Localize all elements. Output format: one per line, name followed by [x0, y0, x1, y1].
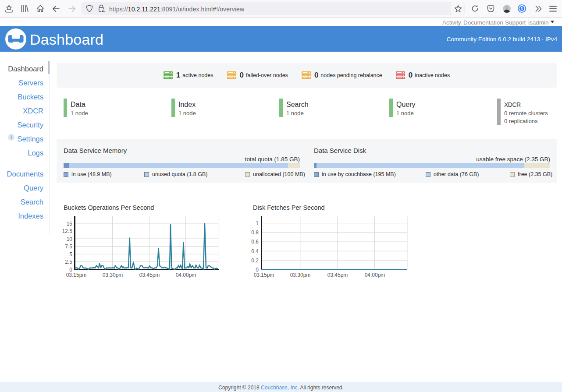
svg-text:12.5: 12.5 [62, 228, 73, 234]
svg-text:2.5: 2.5 [65, 259, 72, 265]
svg-text:03:45pm: 03:45pm [139, 272, 160, 278]
svg-text:04:00pm: 04:00pm [176, 272, 196, 278]
svg-text:03:15pm: 03:15pm [66, 272, 87, 278]
svg-text:15: 15 [67, 221, 73, 227]
svg-text:1: 1 [256, 220, 259, 226]
svg-text:03:30pm: 03:30pm [290, 272, 311, 278]
svg-text:5: 5 [69, 251, 72, 258]
svg-text:03:30pm: 03:30pm [103, 272, 123, 278]
svg-text:10: 10 [67, 236, 73, 242]
svg-text:0.2: 0.2 [251, 258, 259, 264]
svg-text:03:15pm: 03:15pm [254, 272, 274, 278]
svg-text:0.4: 0.4 [251, 248, 259, 254]
svg-text:0.6: 0.6 [251, 239, 259, 245]
svg-text:7.5: 7.5 [65, 244, 72, 250]
svg-text:04:00pm: 04:00pm [365, 272, 385, 278]
svg-text:0.8: 0.8 [251, 230, 259, 236]
svg-text:03:45pm: 03:45pm [327, 272, 348, 278]
